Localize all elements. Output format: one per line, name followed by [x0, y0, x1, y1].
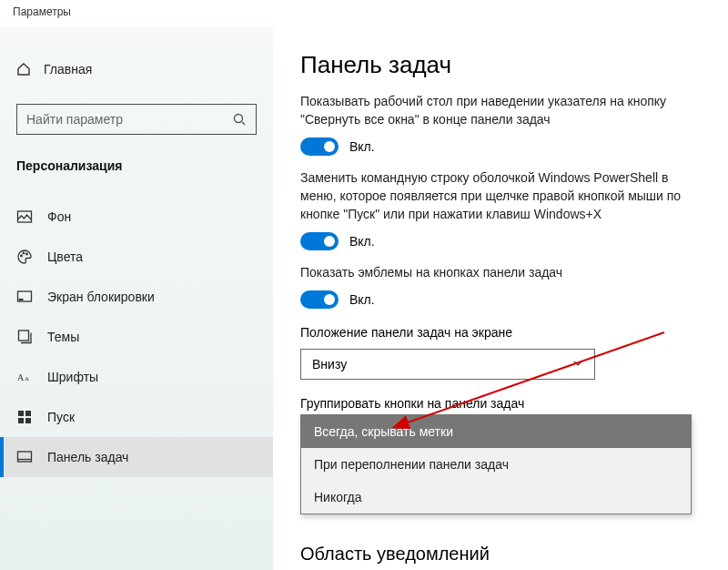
sidebar-item-label: Цвета: [47, 249, 83, 264]
sidebar-item-label: Экран блокировки: [47, 290, 155, 304]
sidebar-item-start[interactable]: Пуск: [0, 397, 273, 437]
themes-icon: [16, 329, 33, 345]
sidebar-item-label: Панель задач: [47, 450, 128, 464]
svg-point-0: [235, 115, 243, 123]
lockscreen-icon: [16, 289, 33, 305]
section-heading-personalization: Персонализация: [16, 158, 257, 173]
heading-notification-area: Область уведомлений: [300, 544, 728, 565]
sidebar-item-label: Пуск: [47, 410, 75, 424]
taskbar-icon: [16, 449, 33, 465]
search-box[interactable]: [16, 104, 257, 135]
label-grouping: Группировать кнопки на панели задач: [300, 396, 728, 411]
search-icon: [232, 112, 247, 127]
sidebar-item-label: Фон: [47, 209, 71, 224]
chevron-down-icon: [572, 357, 583, 372]
search-input[interactable]: [26, 112, 232, 127]
setting-peek-desktop: Показывать рабочий стол при наведении ук…: [300, 92, 692, 156]
svg-text:A: A: [25, 375, 29, 382]
picture-icon: [16, 209, 33, 225]
start-icon: [16, 409, 33, 425]
toggle-powershell[interactable]: [300, 232, 339, 250]
setting-badges: Показать эмблемы на кнопках панели задач…: [300, 263, 692, 309]
fonts-icon: AA: [16, 369, 33, 385]
home-label: Главная: [44, 62, 92, 76]
svg-point-3: [23, 252, 25, 254]
toggle-badges[interactable]: [300, 290, 339, 309]
sidebar-item-label: Шрифты: [47, 370, 98, 384]
label-taskbar-position: Положение панели задач на экране: [300, 325, 728, 340]
setting-desc: Показывать рабочий стол при наведении ук…: [300, 92, 692, 128]
toggle-state: Вкл.: [349, 234, 375, 249]
sidebar: Главная Персонализация Фон: [0, 27, 273, 570]
svg-rect-7: [19, 331, 29, 341]
sidebar-item-taskbar[interactable]: Панель задач: [0, 437, 273, 477]
page-title: Панель задач: [300, 51, 728, 79]
sidebar-item-background[interactable]: Фон: [0, 197, 273, 237]
home-button[interactable]: Главная: [16, 51, 257, 87]
toggle-peek-desktop[interactable]: [300, 137, 339, 156]
home-icon: [16, 62, 31, 76]
svg-rect-14: [18, 452, 32, 462]
setting-desc: Показать эмблемы на кнопках панели задач: [300, 263, 692, 281]
window-title: Параметры: [0, 0, 728, 27]
dropdown-grouping[interactable]: Всегда, скрывать метки При переполнении …: [300, 414, 692, 514]
dropdown-option-never[interactable]: Никогда: [301, 481, 691, 514]
select-value: Внизу: [312, 357, 347, 372]
svg-rect-10: [18, 411, 24, 416]
sidebar-item-fonts[interactable]: AA Шрифты: [0, 357, 273, 397]
svg-rect-11: [25, 411, 31, 416]
setting-powershell: Заменить командную строку оболочкой Wind…: [300, 168, 692, 250]
setting-desc: Заменить командную строку оболочкой Wind…: [300, 168, 692, 223]
sidebar-item-label: Темы: [47, 330, 79, 344]
select-taskbar-position[interactable]: Внизу: [300, 349, 595, 380]
svg-rect-6: [19, 299, 24, 300]
svg-rect-13: [25, 418, 31, 423]
dropdown-option-always[interactable]: Всегда, скрывать метки: [301, 415, 691, 448]
palette-icon: [16, 249, 33, 265]
svg-point-2: [21, 255, 23, 257]
sidebar-nav: Фон Цвета Экран блокировки: [0, 197, 273, 477]
svg-rect-12: [18, 418, 24, 423]
toggle-state: Вкл.: [349, 139, 375, 154]
sidebar-item-themes[interactable]: Темы: [0, 317, 273, 357]
svg-text:A: A: [17, 372, 25, 382]
main-panel: Панель задач Показывать рабочий стол при…: [273, 27, 728, 570]
dropdown-option-overflow[interactable]: При переполнении панели задач: [301, 448, 691, 481]
svg-point-4: [26, 253, 28, 255]
sidebar-item-lockscreen[interactable]: Экран блокировки: [0, 277, 273, 317]
toggle-state: Вкл.: [349, 292, 375, 307]
sidebar-item-colors[interactable]: Цвета: [0, 237, 273, 277]
